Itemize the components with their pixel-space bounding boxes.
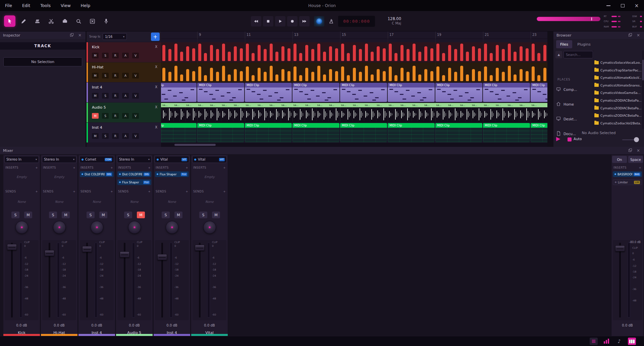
tab-plugins[interactable]: Plugins xyxy=(574,40,594,48)
popout-icon[interactable] xyxy=(69,33,74,38)
input-select[interactable]: VitalVIT xyxy=(192,156,227,163)
add-inserts-button[interactable]: + xyxy=(73,166,75,170)
audio-segment[interactable] xyxy=(203,107,209,121)
audio-segment[interactable] xyxy=(239,107,245,121)
fader-handle[interactable] xyxy=(195,245,205,251)
audio-segment[interactable] xyxy=(179,107,185,121)
audio-segment[interactable] xyxy=(483,107,489,121)
audio-segment[interactable] xyxy=(370,107,376,121)
place-home[interactable]: Home xyxy=(556,99,592,109)
loop-button[interactable] xyxy=(314,16,324,26)
audio-segment[interactable] xyxy=(513,107,519,121)
midi-clip[interactable]: MIDI Clip xyxy=(340,83,387,102)
pan-knob[interactable] xyxy=(203,221,216,234)
scrollbar-thumb[interactable] xyxy=(642,60,644,80)
fader-handle[interactable] xyxy=(120,251,129,257)
power-icon[interactable] xyxy=(82,173,83,175)
select-tool[interactable] xyxy=(4,15,15,27)
audio-segment[interactable] xyxy=(221,107,227,121)
add-track-button[interactable]: + xyxy=(151,33,160,41)
draw-tool[interactable] xyxy=(18,15,29,27)
audio-segment[interactable] xyxy=(173,107,179,121)
file-item[interactable]: CymaticsZODIACBetaPa... xyxy=(594,112,641,119)
audio-segment[interactable] xyxy=(495,107,501,121)
input-select[interactable]: VitalVIT xyxy=(155,156,189,163)
audio-segment[interactable] xyxy=(519,107,525,121)
track-header-inst-4[interactable]: Inst 4XMSRAV xyxy=(87,123,161,142)
midi-clip[interactable]: MIDI Clip xyxy=(245,83,292,102)
zoom-tool[interactable] xyxy=(73,15,84,27)
audio-segment[interactable] xyxy=(322,107,328,121)
audio-segment[interactable] xyxy=(316,107,322,121)
audio-segment[interactable] xyxy=(447,107,453,121)
solo-button[interactable]: S xyxy=(87,212,95,218)
erase-tool[interactable] xyxy=(32,15,43,27)
mute-button[interactable]: M xyxy=(174,212,182,218)
list-view-icon[interactable] xyxy=(590,338,598,345)
add-inserts-button[interactable]: + xyxy=(148,166,151,170)
tab-files[interactable]: Files xyxy=(556,40,572,48)
solo-button[interactable]: S xyxy=(49,212,57,218)
add-inserts-button[interactable]: + xyxy=(35,166,38,170)
midi-clip[interactable]: MIDI Clip xyxy=(292,123,339,142)
audio-segment[interactable] xyxy=(352,107,358,121)
insert-slot[interactable]: Flux ShaperFLU xyxy=(117,179,151,185)
track-header-audio-5[interactable]: Audio 5XMSRAV xyxy=(87,103,161,122)
midi-clip[interactable]: MIDI Clip xyxy=(388,123,435,142)
collapse-button[interactable]: ▲ xyxy=(555,51,562,58)
audio-segment[interactable] xyxy=(394,107,400,121)
audio-segment[interactable] xyxy=(197,107,203,121)
add-sends-button[interactable]: + xyxy=(185,190,188,194)
vertical-scrollbar[interactable] xyxy=(642,50,644,129)
track-m-button[interactable]: M xyxy=(92,133,99,139)
audio-segment[interactable] xyxy=(346,107,352,121)
pan-knob[interactable] xyxy=(91,221,103,234)
meters-icon[interactable] xyxy=(602,338,610,345)
track-close-button[interactable]: X xyxy=(155,65,157,69)
pan-knob[interactable] xyxy=(53,221,66,234)
horizontal-scrollbar[interactable] xyxy=(161,143,547,147)
track-s-button[interactable]: S xyxy=(102,73,109,78)
track-s-button[interactable]: S xyxy=(102,53,109,58)
forward-button[interactable] xyxy=(299,16,310,26)
file-item[interactable]: CymaticsZODIACBetaPa... xyxy=(594,105,641,112)
audio-segment[interactable] xyxy=(215,107,221,121)
track-r-button[interactable]: R xyxy=(112,133,119,139)
track-header-inst-4[interactable]: Inst 4XMSRAV xyxy=(87,82,161,102)
solo-button[interactable]: S xyxy=(11,212,19,218)
track-v-button[interactable]: V xyxy=(132,93,139,99)
mute-button[interactable]: M xyxy=(62,212,70,218)
mute-tool[interactable] xyxy=(87,15,98,27)
audio-segment[interactable] xyxy=(459,107,465,121)
audio-segment[interactable] xyxy=(162,107,168,121)
preview-play-button[interactable]: ▶ xyxy=(556,135,560,142)
power-icon[interactable] xyxy=(614,173,616,175)
mute-button[interactable]: M xyxy=(24,212,32,218)
pan-knob[interactable] xyxy=(128,221,141,234)
audio-segment[interactable] xyxy=(531,107,537,121)
track-v-button[interactable]: V xyxy=(132,133,139,139)
track-s-button[interactable]: S xyxy=(102,93,109,99)
close-button[interactable]: × xyxy=(632,2,641,10)
audio-segment[interactable] xyxy=(424,107,430,121)
close-icon[interactable]: × xyxy=(77,33,83,38)
track-m-button[interactable]: M xyxy=(92,73,99,78)
close-icon[interactable]: × xyxy=(636,33,641,38)
file-item[interactable]: CymaticsTrapStarterPac... xyxy=(594,67,641,74)
track-r-button[interactable]: R xyxy=(112,53,119,58)
pan-knob[interactable] xyxy=(166,221,178,234)
metronome-button[interactable] xyxy=(326,16,336,26)
audio-segment[interactable] xyxy=(465,107,471,121)
space-button[interactable]: Space xyxy=(628,156,643,163)
input-select[interactable]: CometCOM xyxy=(79,156,114,163)
track-s-button[interactable]: S xyxy=(102,133,109,139)
midi-clip[interactable]: MIDI Clip xyxy=(388,83,435,102)
fader-handle[interactable] xyxy=(45,250,54,256)
track-m-button[interactable]: M xyxy=(92,93,99,99)
audio-segment[interactable] xyxy=(388,107,394,121)
menu-help[interactable]: Help xyxy=(76,0,96,11)
audio-segment[interactable] xyxy=(209,107,215,121)
add-inserts-button[interactable]: + xyxy=(223,166,226,170)
add-sends-button[interactable]: + xyxy=(223,190,226,194)
track-a-button[interactable]: A xyxy=(122,73,129,78)
